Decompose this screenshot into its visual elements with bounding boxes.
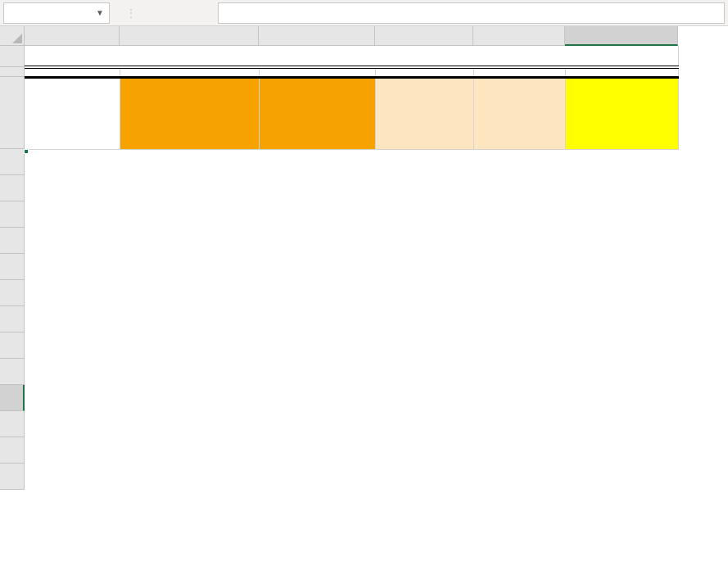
header-supplied[interactable] — [473, 77, 565, 149]
row-header[interactable] — [0, 411, 25, 437]
row-header[interactable] — [0, 46, 25, 67]
cancel-formula-icon[interactable] — [142, 3, 165, 23]
cell[interactable] — [259, 67, 375, 77]
row-headers — [0, 46, 25, 490]
formula-bar-buttons: ⋮ — [116, 2, 215, 24]
formula-input-wrapper — [218, 2, 725, 24]
cell[interactable] — [473, 67, 565, 77]
col-header-F[interactable] — [565, 26, 678, 46]
cell[interactable] — [120, 67, 259, 77]
spreadsheet-grid-area — [0, 26, 728, 490]
row-header[interactable] — [0, 77, 25, 149]
col-header-E[interactable] — [473, 26, 565, 46]
row-header[interactable] — [0, 149, 25, 175]
row-header[interactable] — [0, 201, 25, 228]
row-header[interactable] — [0, 254, 25, 280]
row-header[interactable] — [0, 228, 25, 254]
formula-input[interactable] — [224, 6, 719, 20]
colon-separator-icon: ⋮ — [120, 3, 142, 23]
column-headers — [25, 26, 678, 46]
col-header-A[interactable] — [25, 26, 120, 46]
header-rep[interactable] — [259, 77, 375, 149]
row-header[interactable] — [0, 464, 25, 490]
row-header[interactable] — [0, 385, 25, 411]
row-header[interactable] — [0, 175, 25, 201]
row-header[interactable] — [0, 306, 25, 333]
formula-bar: ▼ ⋮ — [0, 0, 728, 26]
header-ordered[interactable] — [375, 77, 473, 149]
name-box[interactable]: ▼ — [3, 2, 110, 24]
header-order-date[interactable] — [25, 77, 120, 149]
row-header[interactable] — [0, 67, 25, 77]
name-box-dropdown-icon[interactable]: ▼ — [96, 8, 104, 17]
enter-formula-icon[interactable] — [165, 3, 188, 23]
selection-outline — [25, 150, 28, 153]
cell[interactable] — [375, 67, 473, 77]
col-header-B[interactable] — [120, 26, 259, 46]
col-header-D[interactable] — [375, 26, 473, 46]
cell[interactable] — [25, 67, 120, 77]
header-product[interactable] — [120, 77, 259, 149]
header-percentage[interactable] — [565, 77, 678, 149]
title-cell[interactable] — [25, 46, 678, 67]
cell-grid — [25, 46, 679, 490]
row-header[interactable] — [0, 333, 25, 359]
row-header[interactable] — [0, 359, 25, 385]
row-header[interactable] — [0, 280, 25, 306]
insert-function-icon[interactable] — [188, 3, 211, 23]
cell[interactable] — [565, 67, 678, 77]
row-header[interactable] — [0, 437, 25, 464]
select-all-corner[interactable] — [0, 26, 25, 46]
col-header-C[interactable] — [259, 26, 375, 46]
